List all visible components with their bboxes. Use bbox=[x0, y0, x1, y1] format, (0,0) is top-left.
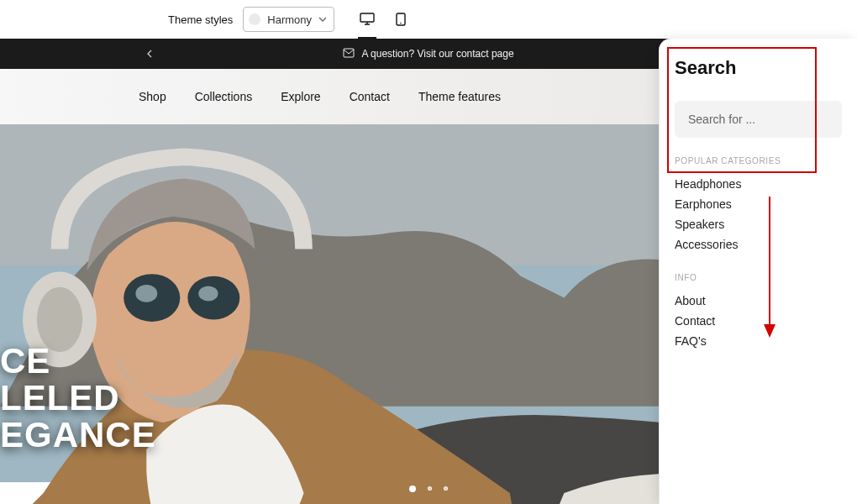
hero-line-2: LELED bbox=[0, 380, 156, 417]
mail-icon bbox=[343, 48, 355, 60]
svg-point-9 bbox=[135, 285, 157, 302]
svg-point-2 bbox=[400, 23, 402, 24]
popular-categories-label: POPULAR CATEGORIES bbox=[675, 156, 842, 165]
nav-theme-features[interactable]: Theme features bbox=[418, 90, 501, 103]
category-earphones[interactable]: Earphones bbox=[675, 197, 842, 211]
mobile-view-button[interactable] bbox=[392, 7, 410, 32]
search-title: Search bbox=[675, 57, 842, 79]
hero-dot-1[interactable] bbox=[409, 486, 416, 492]
info-label: INFO bbox=[675, 273, 842, 282]
chevron-down-icon bbox=[318, 12, 327, 27]
theme-style-select[interactable]: Harmony bbox=[243, 7, 334, 32]
hero-line-1: CE bbox=[0, 343, 156, 380]
theme-styles-label: Theme styles bbox=[168, 13, 233, 26]
popular-categories-list: Headphones Earphones Speakers Accessorie… bbox=[675, 177, 842, 251]
info-about[interactable]: About bbox=[675, 294, 842, 307]
category-speakers[interactable]: Speakers bbox=[675, 218, 842, 231]
svg-rect-3 bbox=[344, 49, 354, 57]
category-headphones[interactable]: Headphones bbox=[675, 177, 842, 191]
search-panel: Search POPULAR CATEGORIES Headphones Ear… bbox=[659, 39, 857, 504]
nav-shop[interactable]: Shop bbox=[139, 90, 166, 103]
nav-contact[interactable]: Contact bbox=[350, 90, 390, 103]
svg-point-10 bbox=[198, 286, 218, 301]
info-contact[interactable]: Contact bbox=[675, 314, 842, 328]
category-accessories[interactable]: Accessories bbox=[675, 238, 842, 251]
style-swatch-icon bbox=[249, 13, 260, 25]
nav-explore[interactable]: Explore bbox=[281, 90, 320, 103]
hero-pagination bbox=[409, 486, 448, 492]
hero-line-3: EGANCE bbox=[0, 417, 156, 454]
info-faqs[interactable]: FAQ's bbox=[675, 334, 842, 348]
svg-rect-0 bbox=[360, 13, 374, 22]
announce-prev-button[interactable] bbox=[143, 46, 158, 61]
selected-style-name: Harmony bbox=[267, 13, 312, 26]
theme-toolbar: Theme styles Harmony bbox=[0, 0, 857, 39]
search-input[interactable] bbox=[688, 113, 828, 126]
announcement-text[interactable]: A question? Visit our contact page bbox=[361, 48, 513, 60]
desktop-view-button[interactable] bbox=[358, 7, 376, 32]
hero-dot-3[interactable] bbox=[444, 486, 448, 491]
nav-collections[interactable]: Collections bbox=[195, 90, 252, 103]
search-input-wrap[interactable] bbox=[675, 101, 842, 138]
info-list: About Contact FAQ's bbox=[675, 294, 842, 348]
hero-headline: CE LELED EGANCE bbox=[0, 343, 156, 454]
hero-dot-2[interactable] bbox=[428, 486, 432, 491]
